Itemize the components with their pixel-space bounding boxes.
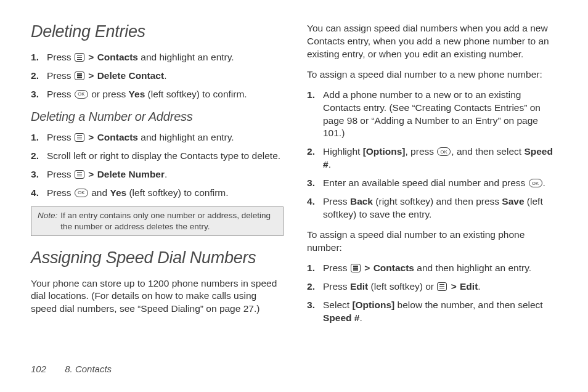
text: . bbox=[165, 169, 167, 179]
heading-assigning-speed-dial: Assigning Speed Dial Numbers bbox=[31, 248, 284, 267]
ok-key-icon bbox=[75, 90, 88, 99]
text: and highlight an entry. bbox=[138, 132, 234, 142]
page-number: 102 bbox=[31, 364, 46, 374]
page-columns: Deleting Entries Press > Contacts and hi… bbox=[31, 22, 560, 360]
step: Scroll left or right to display the Cont… bbox=[31, 150, 284, 163]
text: Press bbox=[323, 263, 350, 273]
caret-icon: > bbox=[88, 169, 94, 179]
ok-key-icon bbox=[75, 189, 88, 197]
heading-deleting-number-address: Deleting a Number or Address bbox=[31, 110, 284, 124]
text: or press bbox=[89, 89, 129, 99]
bold-label: Contacts bbox=[97, 132, 138, 142]
heading-deleting-entries: Deleting Entries bbox=[31, 22, 284, 41]
step: Highlight [Options], press , and then se… bbox=[307, 145, 560, 171]
step: Press > Contacts and highlight an entry. bbox=[31, 131, 284, 144]
text: . bbox=[329, 159, 331, 169]
caret-icon: > bbox=[88, 52, 94, 62]
text: (left softkey) or bbox=[368, 281, 436, 292]
step: Press and Yes (left softkey) to confirm. bbox=[31, 187, 284, 200]
paragraph: You can assign speed dial numbers when y… bbox=[307, 22, 560, 61]
text: and bbox=[89, 187, 110, 198]
bold-label: Edit bbox=[350, 281, 368, 292]
text: . bbox=[543, 178, 545, 188]
text: Press bbox=[47, 52, 74, 62]
caret-icon: > bbox=[451, 281, 457, 292]
bold-label: Speed # bbox=[323, 312, 359, 323]
note-label: Note: bbox=[38, 210, 57, 232]
bold-label: Yes bbox=[110, 187, 126, 198]
text: . bbox=[359, 312, 362, 323]
right-column: You can assign speed dial numbers when y… bbox=[307, 22, 560, 360]
caret-icon: > bbox=[88, 70, 94, 81]
text: Select bbox=[323, 300, 352, 310]
chapter-label: 8. Contacts bbox=[65, 364, 112, 374]
text: and highlight an entry. bbox=[138, 52, 234, 62]
text: Press bbox=[47, 132, 74, 142]
step: Press > Delete Number. bbox=[31, 168, 284, 181]
ok-key-icon bbox=[529, 179, 542, 187]
text: Enter an available speed dial number and… bbox=[323, 178, 528, 188]
step: Press Back (right softkey) and then pres… bbox=[307, 195, 560, 221]
bold-label: Delete Contact bbox=[97, 70, 165, 81]
bold-label: Save bbox=[502, 196, 524, 206]
step: Press Edit (left softkey) or > Edit. bbox=[307, 280, 560, 293]
bold-label: Contacts bbox=[97, 52, 138, 62]
text: Press bbox=[47, 187, 74, 198]
text: . bbox=[478, 281, 480, 292]
text: Highlight bbox=[323, 146, 363, 157]
bold-label: [Options] bbox=[352, 300, 394, 310]
bold-label: Edit bbox=[460, 281, 478, 292]
bold-label: Contacts bbox=[374, 263, 414, 273]
menu-key-icon bbox=[75, 170, 84, 179]
step: Press > Contacts and then highlight an e… bbox=[307, 262, 560, 275]
caret-icon: > bbox=[88, 132, 94, 142]
step: Add a phone number to a new or to an exi… bbox=[307, 89, 560, 141]
text: (left softkey) to confirm. bbox=[145, 89, 247, 99]
text: Press bbox=[323, 196, 350, 206]
text: , press bbox=[406, 146, 437, 157]
ok-key-icon bbox=[437, 147, 451, 156]
left-column: Deleting Entries Press > Contacts and hi… bbox=[31, 22, 284, 360]
steps-deleting-entries: Press > Contacts and highlight an entry.… bbox=[31, 51, 284, 101]
step: Press > Contacts and highlight an entry. bbox=[31, 51, 284, 64]
text: (left softkey) to confirm. bbox=[126, 187, 228, 198]
menu-key-icon bbox=[437, 282, 447, 291]
text: . bbox=[164, 70, 166, 81]
text: Press bbox=[47, 89, 74, 99]
bold-label: Back bbox=[350, 196, 373, 206]
steps-assign-new: Add a phone number to a new or to an exi… bbox=[307, 89, 560, 221]
steps-assign-existing: Press > Contacts and then highlight an e… bbox=[307, 262, 560, 325]
page-footer: 102 8. Contacts bbox=[31, 364, 560, 374]
caret-icon: > bbox=[364, 263, 370, 273]
text: , and then select bbox=[451, 146, 524, 157]
step: Select [Options] below the number, and t… bbox=[307, 299, 560, 325]
paragraph: Your phone can store up to 1200 phone nu… bbox=[31, 277, 284, 316]
text: Press bbox=[47, 70, 74, 81]
steps-deleting-number: Press > Contacts and highlight an entry.… bbox=[31, 131, 284, 200]
bold-label: [Options] bbox=[363, 146, 406, 157]
paragraph: To assign a speed dial number to an exis… bbox=[307, 229, 560, 255]
menu-key-icon bbox=[351, 264, 361, 272]
text: Press bbox=[323, 281, 350, 292]
step: Press or press Yes (left softkey) to con… bbox=[31, 88, 284, 101]
paragraph: To assign a speed dial number to a new p… bbox=[307, 68, 560, 81]
step: Press > Delete Contact. bbox=[31, 70, 284, 83]
bold-label: Yes bbox=[129, 89, 145, 99]
menu-key-icon bbox=[75, 133, 84, 142]
menu-key-icon bbox=[75, 71, 84, 80]
menu-key-icon bbox=[75, 53, 84, 62]
text: (right softkey) and then press bbox=[373, 196, 502, 206]
note-text: If an entry contains only one number or … bbox=[60, 210, 278, 232]
bold-label: Delete Number bbox=[97, 169, 165, 179]
note-box: Note: If an entry contains only one numb… bbox=[31, 206, 284, 235]
text: Press bbox=[47, 169, 74, 179]
text: below the number, and then select bbox=[394, 300, 542, 310]
text: and then highlight an entry. bbox=[414, 263, 531, 273]
step: Enter an available speed dial number and… bbox=[307, 177, 560, 190]
